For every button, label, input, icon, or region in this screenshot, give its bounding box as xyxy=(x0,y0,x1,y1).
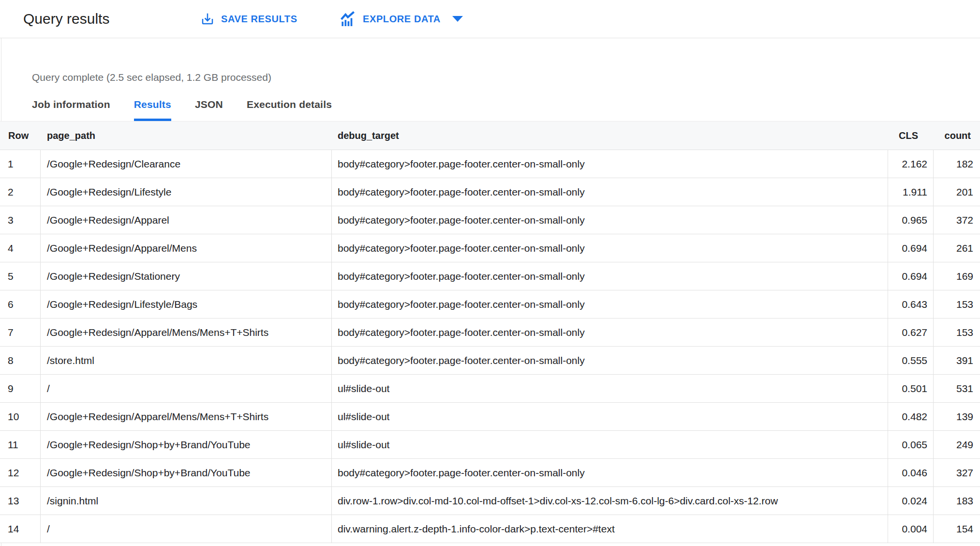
cell-row-number: 8 xyxy=(0,347,41,374)
cell-cls: 2.162 xyxy=(888,150,934,178)
cell-debug-target: body#category>footer.page-footer.center-… xyxy=(332,178,888,206)
save-results-label: SAVE RESULTS xyxy=(221,14,297,25)
download-icon xyxy=(200,12,215,26)
column-header-row: Row xyxy=(0,130,41,141)
table-row: 3/Google+Redesign/Apparelbody#category>f… xyxy=(0,206,980,234)
cell-row-number: 3 xyxy=(0,206,41,234)
cell-cls: 0.694 xyxy=(888,262,934,290)
cell-debug-target: body#category>footer.page-footer.center-… xyxy=(332,234,888,262)
explore-data-button[interactable]: EXPLORE DATA xyxy=(339,0,463,38)
column-header-cls: CLS xyxy=(888,130,934,141)
cell-page-path: /Google+Redesign/Apparel/Mens xyxy=(41,234,332,262)
cell-debug-target: div.warning.alert.z-depth-1.info-color-d… xyxy=(332,515,888,543)
explore-data-label: EXPLORE DATA xyxy=(363,14,441,25)
tab-execution-details[interactable]: Execution details xyxy=(247,98,332,121)
results-tabs: Job informationResultsJSONExecution deta… xyxy=(32,98,356,121)
table-row: 9/ul#slide-out0.501531 xyxy=(0,375,980,403)
cell-cls: 0.482 xyxy=(888,403,934,430)
save-results-button[interactable]: SAVE RESULTS xyxy=(200,0,297,38)
cell-debug-target: body#category>footer.page-footer.center-… xyxy=(332,290,888,318)
cell-count: 327 xyxy=(934,459,980,486)
tab-results[interactable]: Results xyxy=(134,98,171,121)
cell-cls: 0.965 xyxy=(888,206,934,234)
cell-debug-target: ul#slide-out xyxy=(332,375,888,402)
cell-row-number: 14 xyxy=(0,515,41,543)
cell-row-number: 12 xyxy=(0,459,41,486)
cell-count: 531 xyxy=(934,375,980,402)
cell-cls: 1.911 xyxy=(888,178,934,206)
table-row: 5/Google+Redesign/Stationerybody#categor… xyxy=(0,262,980,290)
cell-count: 249 xyxy=(934,431,980,458)
table-row: 1/Google+Redesign/Clearancebody#category… xyxy=(0,150,980,178)
cell-debug-target: ul#slide-out xyxy=(332,431,888,458)
cell-count: 261 xyxy=(934,234,980,262)
cell-row-number: 1 xyxy=(0,150,41,178)
cell-page-path: / xyxy=(41,515,332,543)
cell-page-path: /Google+Redesign/Shop+by+Brand/YouTube xyxy=(41,431,332,458)
table-row: 13/signin.htmldiv.row-1.row>div.col-md-1… xyxy=(0,487,980,515)
cell-row-number: 11 xyxy=(0,431,41,458)
cell-count: 182 xyxy=(934,150,980,178)
cell-page-path: /store.html xyxy=(41,347,332,374)
query-status-text: Query complete (2.5 sec elapsed, 1.2 GB … xyxy=(32,72,271,83)
tab-json[interactable]: JSON xyxy=(195,98,223,121)
cell-count: 391 xyxy=(934,347,980,374)
table-row: 2/Google+Redesign/Lifestylebody#category… xyxy=(0,178,980,206)
table-row: 14/div.warning.alert.z-depth-1.info-colo… xyxy=(0,515,980,543)
cell-row-number: 13 xyxy=(0,487,41,515)
cell-debug-target: body#category>footer.page-footer.center-… xyxy=(332,459,888,486)
cell-debug-target: body#category>footer.page-footer.center-… xyxy=(332,150,888,178)
cell-count: 372 xyxy=(934,206,980,234)
table-header-row: Row page_path debug_target CLS count xyxy=(0,121,980,150)
page-title: Query results xyxy=(23,11,109,27)
cell-debug-target: ul#slide-out xyxy=(332,403,888,430)
cell-cls: 0.501 xyxy=(888,375,934,402)
results-header-bar: Query results SAVE RESULTS EXPLORE DATA xyxy=(0,0,980,38)
cell-cls: 0.046 xyxy=(888,459,934,486)
cell-row-number: 9 xyxy=(0,375,41,402)
cell-debug-target: body#category>footer.page-footer.center-… xyxy=(332,347,888,374)
cell-debug-target: body#category>footer.page-footer.center-… xyxy=(332,206,888,234)
cell-row-number: 2 xyxy=(0,178,41,206)
cell-cls: 0.004 xyxy=(888,515,934,543)
cell-cls: 0.627 xyxy=(888,318,934,346)
cell-count: 201 xyxy=(934,178,980,206)
cell-page-path: /Google+Redesign/Apparel/Mens/Mens+T+Shi… xyxy=(41,318,332,346)
chart-icon xyxy=(339,11,356,27)
cell-count: 153 xyxy=(934,290,980,318)
cell-count: 139 xyxy=(934,403,980,430)
results-table-body: 1/Google+Redesign/Clearancebody#category… xyxy=(0,150,980,543)
cell-cls: 0.555 xyxy=(888,347,934,374)
table-row: 10/Google+Redesign/Apparel/Mens/Mens+T+S… xyxy=(0,403,980,431)
cell-count: 153 xyxy=(934,318,980,346)
table-row: 8/store.htmlbody#category>footer.page-fo… xyxy=(0,347,980,375)
cell-page-path: /Google+Redesign/Apparel/Mens/Mens+T+Shi… xyxy=(41,403,332,430)
cell-row-number: 4 xyxy=(0,234,41,262)
table-row: 11/Google+Redesign/Shop+by+Brand/YouTube… xyxy=(0,431,980,459)
cell-page-path: /Google+Redesign/Stationery xyxy=(41,262,332,290)
query-results-panel: Query results SAVE RESULTS EXPLORE DATA … xyxy=(0,0,980,546)
cell-cls: 0.065 xyxy=(888,431,934,458)
cell-count: 183 xyxy=(934,487,980,515)
table-row: 7/Google+Redesign/Apparel/Mens/Mens+T+Sh… xyxy=(0,318,980,347)
cell-cls: 0.643 xyxy=(888,290,934,318)
tab-job-information[interactable]: Job information xyxy=(32,98,110,121)
cell-debug-target: body#category>footer.page-footer.center-… xyxy=(332,318,888,346)
cell-cls: 0.024 xyxy=(888,487,934,515)
cell-page-path: /Google+Redesign/Lifestyle/Bags xyxy=(41,290,332,318)
caret-down-icon xyxy=(452,16,463,22)
cell-cls: 0.694 xyxy=(888,234,934,262)
cell-debug-target: body#category>footer.page-footer.center-… xyxy=(332,262,888,290)
table-row: 6/Google+Redesign/Lifestyle/Bagsbody#cat… xyxy=(0,290,980,318)
cell-page-path: / xyxy=(41,375,332,402)
column-header-page-path: page_path xyxy=(41,130,332,141)
cell-page-path: /Google+Redesign/Apparel xyxy=(41,206,332,234)
cell-count: 154 xyxy=(934,515,980,543)
table-row: 12/Google+Redesign/Shop+by+Brand/YouTube… xyxy=(0,459,980,487)
cell-page-path: /Google+Redesign/Shop+by+Brand/YouTube xyxy=(41,459,332,486)
column-header-count: count xyxy=(934,130,980,141)
cell-page-path: /Google+Redesign/Lifestyle xyxy=(41,178,332,206)
cell-count: 169 xyxy=(934,262,980,290)
cell-row-number: 10 xyxy=(0,403,41,430)
cell-page-path: /Google+Redesign/Clearance xyxy=(41,150,332,178)
